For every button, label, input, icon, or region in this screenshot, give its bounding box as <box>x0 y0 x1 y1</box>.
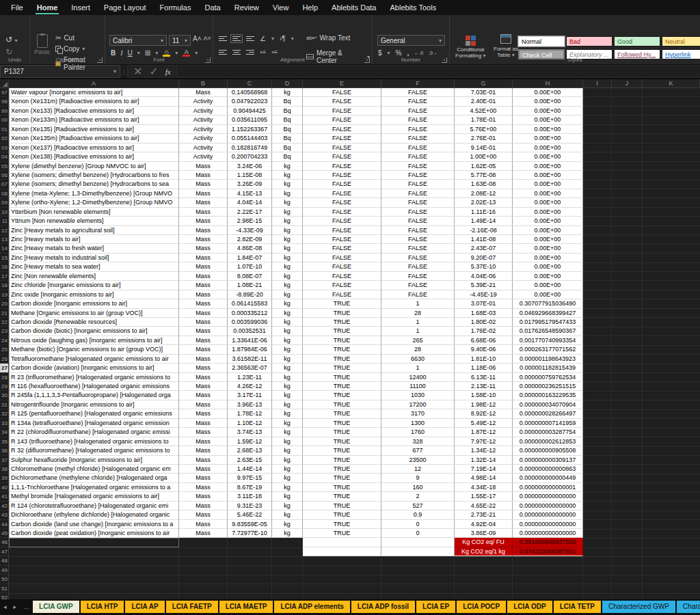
cell[interactable]: 1.58E-10 <box>455 391 513 400</box>
row-header[interactable]: 98 <box>0 97 9 106</box>
row-header[interactable]: 07 <box>0 180 9 189</box>
cell[interactable]: TRUE <box>303 474 381 482</box>
cell[interactable]: 2.82E-09 <box>228 235 272 244</box>
cell[interactable]: Mass <box>179 189 228 198</box>
cell[interactable]: 4.34E-18 <box>455 483 513 492</box>
column-header-D[interactable]: D <box>272 79 303 87</box>
cell[interactable]: 0.140568968 <box>228 88 272 97</box>
cell[interactable]: 0.00E+00 <box>513 107 583 115</box>
cell[interactable]: 2.43E-07 <box>455 244 513 253</box>
cell[interactable]: 0.017626548590367 <box>513 327 583 336</box>
row-header[interactable]: 06 <box>0 171 9 180</box>
cell[interactable]: 2.98E-15 <box>228 217 272 226</box>
wrap-text-button[interactable]: ab↩Wrap Text <box>304 33 352 42</box>
cell[interactable]: Zinc [Non renewable elements] <box>9 272 179 281</box>
cell[interactable]: Mass <box>179 235 228 244</box>
cell[interactable]: 0.003599036 <box>228 318 272 327</box>
cell[interactable]: 2.36563E-07 <box>228 364 272 372</box>
cell[interactable]: 0.055144403 <box>228 134 272 143</box>
ribbon-tab-page-layout[interactable]: Page Layout <box>97 1 153 14</box>
cell[interactable]: 1.63E-08 <box>455 180 513 189</box>
cell[interactable]: Mass <box>179 171 228 180</box>
cell[interactable]: 4.98E-14 <box>455 474 513 482</box>
cell[interactable]: FALSE <box>381 254 455 262</box>
cell[interactable]: FALSE <box>303 152 381 161</box>
ribbon-tab-review[interactable]: Review <box>228 1 266 14</box>
row-header[interactable]: 51 <box>0 584 9 593</box>
cell[interactable]: 9.20E-07 <box>455 254 513 262</box>
cell[interactable]: kg <box>272 272 303 281</box>
cell[interactable]: kg <box>272 428 303 437</box>
ribbon-tab-formulas[interactable]: Formulas <box>153 1 198 14</box>
cell[interactable]: 0.00E+00 <box>513 180 583 189</box>
cell[interactable]: kg <box>272 456 303 465</box>
cell[interactable]: R 23 (trifluoromethane) [Halogenated org… <box>9 373 179 382</box>
cell[interactable]: Zinc [Heavy metals to agricultural soil] <box>9 226 179 235</box>
cell[interactable]: FALSE <box>303 262 381 271</box>
cell[interactable]: FALSE <box>381 198 455 207</box>
font-size-select[interactable]: 11▾ <box>169 35 191 46</box>
cell[interactable]: -8.89E-20 <box>228 290 272 299</box>
cell[interactable]: 0.00E+00 <box>513 88 583 97</box>
cell[interactable]: TRUE <box>303 327 381 336</box>
cell[interactable]: TRUE <box>303 400 381 409</box>
row-header[interactable]: 04 <box>0 152 9 161</box>
cell[interactable]: Activity <box>179 134 228 143</box>
cell[interactable]: kg <box>272 208 303 217</box>
cell[interactable]: 0.000000000000000 <box>513 502 583 510</box>
row-header[interactable]: 35 <box>0 437 9 446</box>
bold-button[interactable]: B <box>111 49 116 57</box>
cell[interactable]: 9.97E-15 <box>228 474 272 482</box>
decrease-decimal-icon[interactable]: .0→ <box>429 51 438 55</box>
cell[interactable]: TRUE <box>303 483 381 492</box>
font-name-select[interactable]: Calibri▾ <box>109 35 167 46</box>
cell[interactable]: 0.00E+00 <box>513 290 583 299</box>
cell[interactable]: 9.31E-23 <box>228 502 272 510</box>
cell[interactable]: 0.90494425 <box>228 107 272 115</box>
cell[interactable]: 328 <box>381 437 455 446</box>
cell[interactable]: Xylene (isomers; dimethyl benzene) [Hydr… <box>9 171 179 180</box>
cell[interactable]: 1.78E-12 <box>228 409 272 418</box>
sheet-tab-lcia-htp[interactable]: LCIA HTP <box>81 601 124 613</box>
cell[interactable]: kg <box>272 492 303 501</box>
cell[interactable]: TRUE <box>303 318 381 327</box>
cell[interactable]: TRUE <box>303 336 381 345</box>
cell[interactable]: 12 <box>381 465 455 474</box>
cell[interactable]: 9 <box>381 474 455 482</box>
cancel-icon[interactable]: ✕ <box>133 65 142 78</box>
align-right-icon[interactable] <box>246 50 254 55</box>
cell[interactable]: 0.000000000000863 <box>513 465 583 474</box>
cell[interactable]: 0.001770740993354 <box>513 336 583 345</box>
cell[interactable]: kg <box>272 254 303 262</box>
cell-style-neutral[interactable]: Neutral <box>662 36 700 46</box>
cell[interactable]: Mass <box>179 382 228 391</box>
row-header[interactable]: 05 <box>0 162 9 171</box>
cell[interactable]: 12400 <box>381 373 455 382</box>
cell[interactable]: 0.9 <box>381 510 455 519</box>
cell[interactable]: 0.307077915036490 <box>513 299 583 308</box>
cell[interactable]: FALSE <box>303 115 381 124</box>
cell[interactable]: Mass <box>179 198 228 207</box>
cell[interactable]: FALSE <box>303 97 381 106</box>
cell[interactable]: 0.00352531 <box>228 327 272 336</box>
cell[interactable]: FALSE <box>381 162 455 171</box>
cell[interactable]: 0 <box>381 529 455 538</box>
cell[interactable]: 8.67E-19 <box>228 483 272 492</box>
row-header[interactable]: 02 <box>0 134 9 143</box>
align-middle-icon[interactable] <box>232 36 241 41</box>
cell[interactable]: 2.76E-01 <box>455 134 513 143</box>
cell[interactable]: Yttrium [Non renewable elements] <box>9 217 179 226</box>
cell[interactable]: FALSE <box>303 235 381 244</box>
cell[interactable]: 0.00E+00 <box>513 208 583 217</box>
cell[interactable]: Zinc [Heavy metals to air] <box>9 235 179 244</box>
cell[interactable]: Mass <box>179 262 228 271</box>
cell[interactable]: 3170 <box>381 409 455 418</box>
underline-button[interactable]: U <box>128 49 133 57</box>
cell[interactable]: TRUE <box>303 428 381 437</box>
cell[interactable]: TRUE <box>303 409 381 418</box>
cell[interactable]: R 22 (chlorodifluoromethane) [Halogenate… <box>9 428 179 437</box>
cell[interactable]: Activity <box>179 152 228 161</box>
cell[interactable]: R 134a (tetrafluoroethane) [Halogenated … <box>9 419 179 428</box>
cell[interactable]: 0.182816749 <box>228 144 272 152</box>
cell[interactable]: 0.00E+00 <box>513 226 583 235</box>
